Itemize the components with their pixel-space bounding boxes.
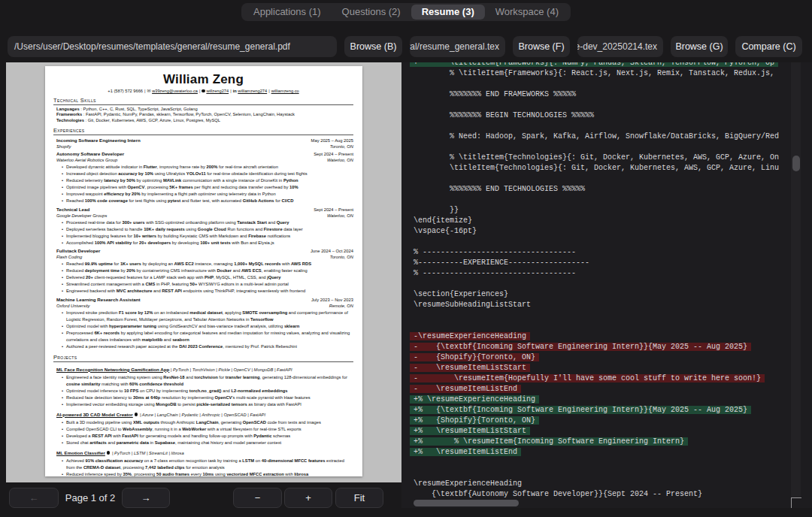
code-line: + \titleItem{Frameworks}{: NumPy, Pandas… — [401, 62, 779, 68]
zoom-in-button[interactable]: + — [284, 488, 332, 508]
tex-path-input[interactable]: eral/resume_general.tex — [410, 36, 505, 57]
bullet-item: Implemented vector embedding storage usi… — [66, 401, 353, 408]
entry-org: Google Developer Groups — [56, 213, 107, 219]
horizontal-scrollbar[interactable] — [401, 498, 791, 508]
diff-added-line: +% \resumeExperienceHeading — [410, 395, 539, 404]
code-line: +% {\textbf{Incoming Software Engineerin… — [401, 405, 779, 416]
code-line: % ---------------------------------- — [401, 247, 779, 258]
pdf-viewer-pane[interactable]: William Zeng+1 (587) 572 9666|✉ w39zeng@… — [6, 62, 401, 482]
code-line: % \titleItem{Technologies}{: Git, Docker… — [401, 153, 779, 163]
diff-added-line: +% % \resumeItem{Incoming Software Engin… — [410, 437, 688, 446]
code-editor-pane[interactable]: + \titleItem{Frameworks}{: NumPy, Pandas… — [401, 62, 812, 508]
code-line: +% \resumeItemListEnd — [401, 447, 779, 458]
linkedin-icon: in — [233, 89, 237, 93]
code-line — [401, 458, 779, 468]
tab-applications-1-[interactable]: Applications (1) — [243, 5, 332, 20]
github-icon — [201, 89, 205, 93]
code-line: +% \resumeExperienceHeading — [401, 395, 779, 405]
entry-location: Remote, ON — [329, 303, 353, 309]
bullet-item: Increased object detection accuracy by 1… — [66, 171, 353, 177]
entry-location: Waterloo, ON — [327, 213, 353, 219]
section-title-experiences: Experiences — [53, 127, 353, 135]
code-line — [401, 310, 779, 321]
resume-page: William Zeng+1 (587) 572 9666|✉ w39zeng@… — [45, 66, 362, 476]
bullet-item: Reduced deployment time by 20% by contai… — [66, 268, 353, 274]
code-line: +% % \resumeItem{Incoming Software Engin… — [401, 437, 779, 447]
tab-resume-3-[interactable]: Resume (3) — [411, 5, 485, 20]
code-line: }} — [401, 205, 779, 216]
bullet-item: Built a 3D modeling pipeline using XML o… — [66, 419, 353, 426]
project-name[interactable]: ML Emotion Classifier — [56, 450, 105, 455]
code-line — [401, 279, 779, 289]
project-tech: | PyTorch | LSTM | StreamLit | librosa — [111, 451, 183, 455]
bullet-item: Streamlined content management with a CM… — [66, 281, 353, 288]
contact-text: +1 (587) 572 9666 — [108, 89, 143, 93]
bullet-item: Reached 100% code coverage for test flig… — [66, 198, 353, 204]
bullet-item: Authored a peer-reviewed research paper … — [66, 343, 353, 350]
diff-removed-line: - \resumeItem{Hopefully I'll have some c… — [410, 374, 765, 382]
entry-bullets: Processed real-time data for 300+ users … — [56, 219, 353, 246]
experience-entry: Technical LeadSept 2024 – PresentGoogle … — [56, 207, 353, 246]
entry-subheading: Oxford UniversityRemote, ON — [56, 303, 353, 309]
project-heading: ML Emotion Classifier | PyTorch | LSTM |… — [56, 447, 353, 457]
fit-button[interactable]: Fit — [335, 488, 383, 508]
contact-link[interactable]: williamzeng.co — [271, 89, 299, 93]
bullet-item: Engineered backend with MVC architecture… — [66, 288, 353, 295]
experience-entry: Fullstack DeveloperJune 2024 – Oct 2024F… — [56, 248, 353, 295]
browse-tex-button[interactable]: Browse (F) — [513, 36, 570, 57]
scrollbar-corner — [791, 497, 801, 508]
bullet-item: Accomplished 100% API stability for 20+ … — [66, 240, 353, 246]
bullet-item: Preprocessed 6K+ records by applying lab… — [66, 330, 353, 343]
page-indicator: Page 1 of 2 — [61, 488, 120, 508]
code-line: \resumeSubHeadingListStart — [401, 300, 779, 310]
contact-link[interactable]: willzeng274 — [206, 89, 229, 93]
section-title-technical-skills: Technical Skills — [53, 97, 353, 105]
code-line: \end{itemize} — [401, 216, 779, 226]
pdf-path-input[interactable]: /Users/user/Desktop/resumes/templates/ge… — [8, 36, 337, 57]
code-line: %----------EXPERIENCE------------------ — [401, 258, 779, 268]
entry-subheading: Waterloo Aerial Robotics GroupWaterloo, … — [56, 157, 353, 163]
code-line: +% {Shopify}{Toronto, ON} — [401, 416, 779, 426]
browse-pdf-button[interactable]: Browse (B) — [344, 36, 402, 57]
browse-compare-button[interactable]: Browse (G) — [671, 36, 728, 57]
vertical-scrollbar-thumb[interactable] — [792, 156, 800, 171]
compare-path-input[interactable]: ence-dev_20250214.tex — [577, 36, 663, 57]
compare-button[interactable]: Compare (C) — [735, 36, 802, 57]
entry-date: Sept 2024 – Present — [314, 207, 353, 213]
code-line — [401, 174, 779, 184]
prev-page-button[interactable]: ← — [9, 488, 59, 508]
latex-source[interactable]: + \titleItem{Frameworks}{: NumPy, Pandas… — [401, 62, 779, 500]
resume-contact: +1 (587) 572 9666|✉ w39zeng@uwaterloo.ca… — [53, 88, 353, 93]
contact-link[interactable]: w39zeng@uwaterloo.ca — [152, 89, 198, 93]
code-line: % ---------------------------------- — [401, 268, 779, 279]
project-bullets: Achieved 91% classification accuracy on … — [56, 458, 353, 476]
project-name[interactable]: AI-powered 3D CAD Model Creator — [56, 412, 133, 417]
diff-added-line: +% {Shopify}{Toronto, ON} — [410, 416, 539, 425]
file-toolbar: /Users/user/Desktop/resumes/templates/ge… — [8, 36, 802, 57]
code-line: +% \resumeItemListStart — [401, 426, 779, 437]
code-line: \resumeExperienceHeading — [401, 479, 779, 489]
project-tech: | PyTorch | TorchVision | Pickle | OpenC… — [169, 367, 292, 372]
tab-questions-2-[interactable]: Questions (2) — [332, 5, 411, 20]
bullet-item: Processed real-time data for 300+ users … — [66, 219, 353, 226]
entry-date: June 2024 – Oct 2024 — [311, 248, 353, 254]
project-tech: | Azure | LangChain | Pydantic | Anthrop… — [138, 413, 265, 417]
bullet-item: Stored chat artifacts and parametric dat… — [66, 440, 353, 446]
diff-removed-line: - {\textbf{Incoming Software Engineering… — [410, 343, 751, 351]
code-line — [401, 79, 779, 89]
entry-location: Waterloo, ON — [327, 157, 353, 163]
tab-workspace-4-[interactable]: Workspace (4) — [485, 5, 569, 20]
vertical-scrollbar[interactable] — [791, 62, 801, 497]
section-title-projects: Projects — [53, 354, 353, 362]
diff-added-line: + \titleItem{Frameworks}{: NumPy, Pandas… — [410, 62, 778, 67]
project-entry: ML Face Recognition Networking Gamificat… — [56, 364, 353, 408]
next-page-button[interactable]: → — [122, 488, 170, 508]
horizontal-scrollbar-thumb[interactable] — [414, 500, 519, 506]
contact-link[interactable]: williamzeng274 — [238, 89, 267, 93]
code-line: % \titleItem{Frameworks}{: React.js, Nex… — [401, 68, 779, 79]
project-name[interactable]: ML Face Recognition Networking Gamificat… — [56, 367, 169, 372]
bullet-item: Reached 99.9% uptime for 1K+ users by de… — [66, 261, 353, 268]
zoom-out-button[interactable]: − — [233, 488, 282, 508]
code-line: - \resumeItemListEnd — [401, 384, 779, 395]
entry-title: Technical Lead — [56, 207, 89, 213]
